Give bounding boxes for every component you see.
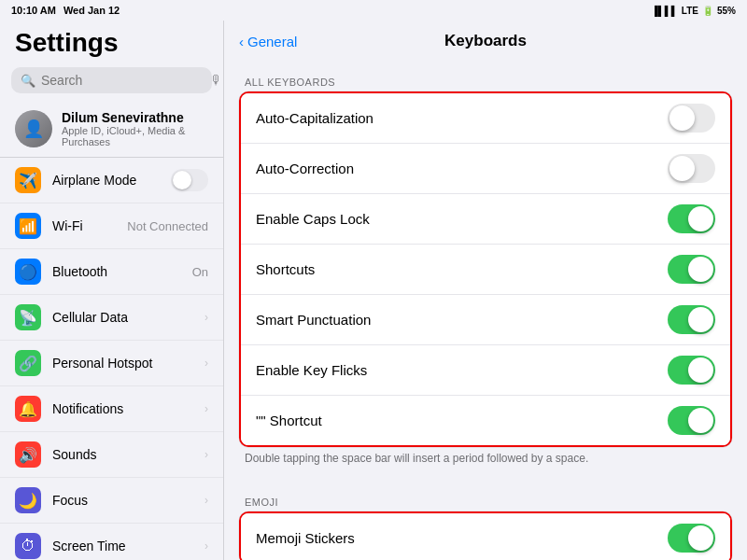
- sidebar-toggle-airplane-mode[interactable]: [171, 169, 208, 191]
- sidebar-list: ✈️Airplane Mode📶Wi-FiNot Connected🔵Bluet…: [0, 158, 223, 560]
- chevron-right-icon: ›: [204, 494, 208, 507]
- chevron-right-icon: ›: [204, 357, 208, 370]
- status-time: 10:10 AM: [11, 5, 56, 16]
- row-label-key-flicks: Enable Key Flicks: [256, 362, 668, 378]
- row-label-shortcut: "" Shortcut: [256, 413, 668, 428]
- sidebar-item-hotspot[interactable]: 🔗Personal Hotspot›: [0, 341, 223, 386]
- sidebar-label-wifi: Wi-Fi: [52, 218, 116, 233]
- main-content: ‹ General Keyboards ALL KEYBOARDSAuto-Ca…: [224, 0, 747, 560]
- chevron-right-icon: ›: [204, 402, 208, 415]
- sidebar-icon-sounds: 🔊: [15, 441, 41, 468]
- sidebar-icon-notifications: 🔔: [15, 396, 41, 422]
- user-name: Dilum Senevirathne: [62, 110, 208, 125]
- sidebar-label-focus: Focus: [52, 493, 193, 508]
- settings-row-smart-punct[interactable]: Smart Punctuation: [241, 295, 730, 345]
- chevron-left-icon: ‹: [239, 34, 244, 49]
- sidebar-icon-focus: 🌙: [15, 487, 41, 513]
- toggle-caps-lock[interactable]: [668, 204, 715, 233]
- row-label-auto-correct: Auto-Correction: [256, 161, 668, 176]
- sidebar-item-focus[interactable]: 🌙Focus›: [0, 478, 223, 524]
- sidebar-item-sounds[interactable]: 🔊Sounds›: [0, 432, 223, 478]
- battery-level: 55%: [717, 6, 736, 16]
- settings-group-emoji: Memoji Stickers: [239, 511, 732, 560]
- sidebar: Settings 🔍 🎙 👤 Dilum Senevirathne Apple …: [0, 0, 224, 560]
- sidebar-value-wifi: Not Connected: [127, 219, 208, 233]
- toggle-shortcut[interactable]: [668, 406, 715, 435]
- user-info: Dilum Senevirathne Apple ID, iCloud+, Me…: [62, 110, 208, 147]
- sidebar-item-bluetooth[interactable]: 🔵BluetoothOn: [0, 249, 223, 295]
- nav-title: Keyboards: [444, 32, 527, 50]
- settings-row-auto-cap[interactable]: Auto-Capitalization: [241, 93, 730, 144]
- row-label-shortcuts: Shortcuts: [256, 261, 668, 277]
- sidebar-item-notifications[interactable]: 🔔Notifications›: [0, 386, 223, 432]
- section-emoji: EMOJIMemoji StickersSend Memoji and Anim…: [239, 482, 732, 560]
- settings-row-caps-lock[interactable]: Enable Caps Lock: [241, 194, 730, 245]
- search-bar[interactable]: 🔍 🎙: [11, 67, 212, 93]
- nav-back-label: General: [247, 34, 297, 49]
- nav-back-button[interactable]: ‹ General: [239, 34, 297, 49]
- settings-row-shortcuts[interactable]: Shortcuts: [241, 245, 730, 295]
- section-footer-all-keyboards: Double tapping the space bar will insert…: [239, 447, 732, 474]
- toggle-auto-cap[interactable]: [668, 104, 715, 133]
- user-subtitle: Apple ID, iCloud+, Media & Purchases: [62, 125, 208, 147]
- settings-row-memoji[interactable]: Memoji Stickers: [241, 513, 730, 560]
- status-bar-left: 10:10 AM Wed Jan 12: [11, 5, 120, 16]
- nav-bar: ‹ General Keyboards: [224, 21, 747, 62]
- user-profile[interactable]: 👤 Dilum Senevirathne Apple ID, iCloud+, …: [0, 101, 223, 158]
- chevron-right-icon: ›: [204, 539, 208, 553]
- settings-row-auto-correct[interactable]: Auto-Correction: [241, 144, 730, 194]
- row-label-smart-punct: Smart Punctuation: [256, 312, 668, 328]
- battery-icon: 🔋: [702, 6, 713, 16]
- search-input[interactable]: [41, 73, 204, 88]
- sidebar-label-sounds: Sounds: [52, 447, 193, 462]
- toggle-shortcuts[interactable]: [668, 255, 715, 284]
- settings-content: ALL KEYBOARDSAuto-CapitalizationAuto-Cor…: [224, 62, 747, 560]
- row-label-memoji: Memoji Stickers: [256, 530, 668, 546]
- toggle-memoji[interactable]: [668, 524, 715, 553]
- toggle-key-flicks[interactable]: [668, 356, 715, 385]
- sidebar-icon-wifi: 📶: [15, 213, 41, 239]
- search-icon: 🔍: [21, 74, 35, 88]
- avatar: 👤: [15, 110, 52, 147]
- row-label-caps-lock: Enable Caps Lock: [256, 211, 668, 227]
- row-label-auto-cap: Auto-Capitalization: [256, 110, 668, 126]
- sidebar-icon-screen-time: ⏱: [15, 533, 41, 559]
- mic-icon[interactable]: 🎙: [210, 73, 223, 88]
- settings-row-shortcut[interactable]: "" Shortcut: [241, 396, 730, 445]
- sidebar-item-wifi[interactable]: 📶Wi-FiNot Connected: [0, 203, 223, 249]
- sidebar-label-hotspot: Personal Hotspot: [52, 356, 193, 371]
- sidebar-icon-hotspot: 🔗: [15, 350, 41, 376]
- status-bar-right: ▐▌▌▌ LTE 🔋 55%: [651, 6, 736, 16]
- avatar-image: 👤: [15, 110, 52, 147]
- sidebar-icon-cellular: 📡: [15, 304, 41, 330]
- sidebar-item-airplane-mode[interactable]: ✈️Airplane Mode: [0, 158, 223, 203]
- section-header-emoji: EMOJI: [239, 482, 732, 511]
- lte-label: LTE: [682, 6, 698, 16]
- toggle-auto-correct[interactable]: [668, 154, 715, 183]
- signal-icon: ▐▌▌▌: [651, 6, 677, 16]
- sidebar-label-airplane-mode: Airplane Mode: [52, 173, 160, 188]
- sidebar-label-bluetooth: Bluetooth: [52, 264, 181, 279]
- toggle-smart-punct[interactable]: [668, 305, 715, 334]
- sidebar-icon-airplane-mode: ✈️: [15, 167, 41, 193]
- sidebar-icon-bluetooth: 🔵: [15, 259, 41, 285]
- chevron-right-icon: ›: [204, 311, 208, 324]
- sidebar-label-screen-time: Screen Time: [52, 539, 193, 553]
- status-bar: 10:10 AM Wed Jan 12 ▐▌▌▌ LTE 🔋 55%: [0, 0, 747, 21]
- section-header-all-keyboards: ALL KEYBOARDS: [239, 62, 732, 91]
- sidebar-label-cellular: Cellular Data: [52, 310, 193, 325]
- sidebar-title: Settings: [0, 21, 223, 63]
- sidebar-value-bluetooth: On: [192, 265, 208, 279]
- sidebar-item-screen-time[interactable]: ⏱Screen Time›: [0, 524, 223, 560]
- chevron-right-icon: ›: [204, 448, 208, 461]
- settings-group-all-keyboards: Auto-CapitalizationAuto-CorrectionEnable…: [239, 91, 732, 447]
- status-date: Wed Jan 12: [63, 5, 120, 16]
- sidebar-item-cellular[interactable]: 📡Cellular Data›: [0, 295, 223, 341]
- sidebar-label-notifications: Notifications: [52, 401, 193, 416]
- settings-row-key-flicks[interactable]: Enable Key Flicks: [241, 345, 730, 396]
- section-all-keyboards: ALL KEYBOARDSAuto-CapitalizationAuto-Cor…: [239, 62, 732, 474]
